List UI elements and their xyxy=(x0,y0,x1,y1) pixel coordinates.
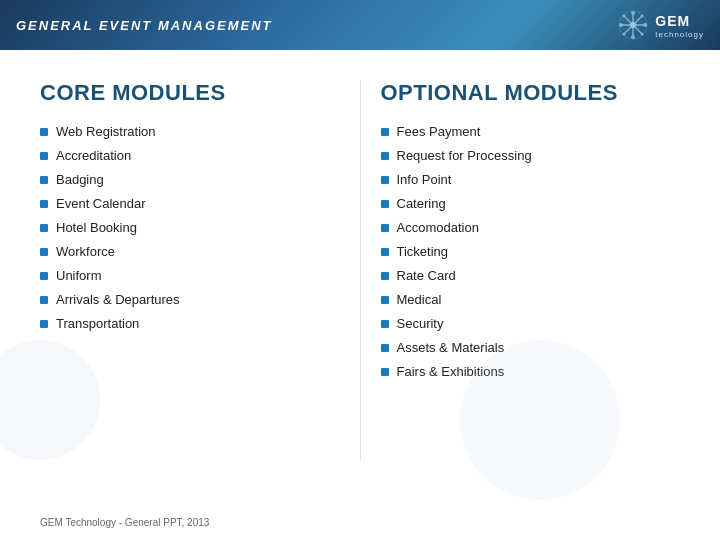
bullet-icon xyxy=(381,320,389,328)
list-item: Fees Payment xyxy=(381,124,681,139)
footer-text: GEM Technology - General PPT, 2013 xyxy=(40,517,209,528)
bullet-icon xyxy=(40,224,48,232)
bullet-icon xyxy=(381,368,389,376)
logo-text: GEM xyxy=(655,13,690,29)
bullet-icon xyxy=(40,296,48,304)
module-label: Assets & Materials xyxy=(397,340,505,355)
bullet-icon xyxy=(381,128,389,136)
module-label: Rate Card xyxy=(397,268,456,283)
header: General Event Management G xyxy=(0,0,720,50)
logo-text-area: GEM technology xyxy=(655,12,704,39)
column-divider xyxy=(360,80,361,460)
bullet-icon xyxy=(381,224,389,232)
main-content: CORE MODULES Web RegistrationAccreditati… xyxy=(0,50,720,530)
module-label: Accreditation xyxy=(56,148,131,163)
list-item: Ticketing xyxy=(381,244,681,259)
list-item: Accomodation xyxy=(381,220,681,235)
bullet-icon xyxy=(40,272,48,280)
bullet-icon xyxy=(40,176,48,184)
footer: GEM Technology - General PPT, 2013 xyxy=(40,517,209,528)
module-label: Event Calendar xyxy=(56,196,146,211)
watermark-right xyxy=(460,340,620,500)
logo-sub: technology xyxy=(655,30,704,39)
bullet-icon xyxy=(40,152,48,160)
module-label: Fees Payment xyxy=(397,124,481,139)
module-label: Workforce xyxy=(56,244,115,259)
header-title: General Event Management xyxy=(16,18,273,33)
module-label: Catering xyxy=(397,196,446,211)
bullet-icon xyxy=(381,152,389,160)
core-modules-title: CORE MODULES xyxy=(40,80,340,106)
module-label: Security xyxy=(397,316,444,331)
core-modules-column: CORE MODULES Web RegistrationAccreditati… xyxy=(40,80,340,510)
bullet-icon xyxy=(381,176,389,184)
bullet-icon xyxy=(40,248,48,256)
list-item: Event Calendar xyxy=(40,196,340,211)
module-label: Info Point xyxy=(397,172,452,187)
module-label: Arrivals & Departures xyxy=(56,292,180,307)
list-item: Hotel Booking xyxy=(40,220,340,235)
module-label: Badging xyxy=(56,172,104,187)
list-item: Rate Card xyxy=(381,268,681,283)
module-label: Hotel Booking xyxy=(56,220,137,235)
bullet-icon xyxy=(381,248,389,256)
module-label: Request for Processing xyxy=(397,148,532,163)
list-item: Web Registration xyxy=(40,124,340,139)
svg-point-13 xyxy=(630,22,636,28)
module-label: Uniform xyxy=(56,268,102,283)
optional-modules-title: OPTIONAL MODULES xyxy=(381,80,681,106)
bullet-icon xyxy=(40,200,48,208)
bullet-icon xyxy=(381,344,389,352)
list-item: Accreditation xyxy=(40,148,340,163)
core-modules-list: Web RegistrationAccreditationBadgingEven… xyxy=(40,124,340,331)
list-item: Security xyxy=(381,316,681,331)
list-item: Workforce xyxy=(40,244,340,259)
module-label: Accomodation xyxy=(397,220,479,235)
gem-logo-icon xyxy=(617,9,649,41)
logo-area: GEM technology xyxy=(617,9,704,41)
list-item: Request for Processing xyxy=(381,148,681,163)
list-item: Medical xyxy=(381,292,681,307)
list-item: Badging xyxy=(40,172,340,187)
list-item: Transportation xyxy=(40,316,340,331)
list-item: Catering xyxy=(381,196,681,211)
module-label: Web Registration xyxy=(56,124,155,139)
list-item: Arrivals & Departures xyxy=(40,292,340,307)
module-label: Medical xyxy=(397,292,442,307)
bullet-icon xyxy=(381,200,389,208)
bullet-icon xyxy=(40,128,48,136)
bullet-icon xyxy=(40,320,48,328)
bullet-icon xyxy=(381,272,389,280)
bullet-icon xyxy=(381,296,389,304)
list-item: Info Point xyxy=(381,172,681,187)
list-item: Uniform xyxy=(40,268,340,283)
module-label: Transportation xyxy=(56,316,139,331)
module-label: Ticketing xyxy=(397,244,449,259)
